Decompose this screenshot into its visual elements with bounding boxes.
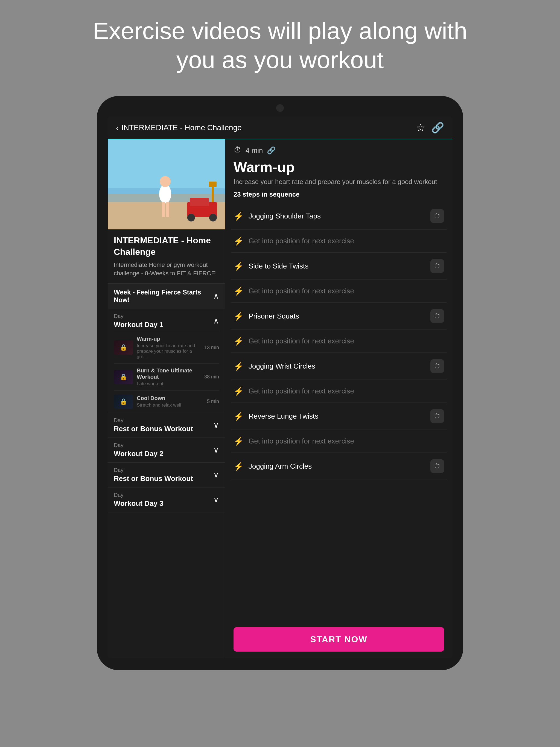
workout-item-duration: 13 min bbox=[204, 345, 219, 351]
list-item[interactable]: 🔒 Burn & Tone Ultimate Workout Late work… bbox=[114, 363, 219, 390]
steps-count: 23 steps in sequence bbox=[233, 190, 444, 198]
day-title-3: Workout Day 3 bbox=[114, 499, 163, 508]
right-panel: ⏱ 4 min 🔗 Warm-up Increase your heart ra… bbox=[225, 139, 452, 658]
day-title-2: Workout Day 2 bbox=[114, 449, 163, 458]
day-section-header-rest1[interactable]: Day Rest or Bonus Workout ∨ bbox=[114, 417, 219, 433]
workout-item-title: Burn & Tone Ultimate Workout bbox=[137, 367, 200, 380]
svg-point-4 bbox=[160, 176, 171, 187]
list-item[interactable]: 🔒 Warm-up Increase your heart rate and p… bbox=[114, 332, 219, 363]
header-actions: ☆ 🔗 bbox=[416, 122, 444, 134]
exercise-name: Get into position for next exercise bbox=[249, 437, 354, 445]
list-item[interactable]: ⚡ Side to Side Twists ⏱ bbox=[231, 253, 447, 280]
workout-desc: Intermediate Home or gym workout challen… bbox=[114, 261, 219, 278]
workout-image bbox=[108, 139, 225, 229]
day3-chevron-icon: ∨ bbox=[213, 495, 219, 504]
back-label: INTERMEDIATE - Home Challenge bbox=[121, 123, 242, 132]
workout-item-desc: Stretch and relax well bbox=[137, 403, 203, 408]
lock-icon: 🔒 bbox=[120, 398, 127, 405]
svg-point-9 bbox=[187, 214, 195, 222]
workout-thumb-burn: 🔒 bbox=[114, 370, 133, 384]
day-title-1: Workout Day 1 bbox=[114, 320, 163, 329]
day-label-3: Day bbox=[114, 492, 163, 498]
exercise-duration: 4 min bbox=[246, 146, 263, 155]
svg-rect-8 bbox=[190, 198, 209, 206]
svg-rect-5 bbox=[162, 202, 165, 217]
back-nav[interactable]: ‹ INTERMEDIATE - Home Challenge bbox=[116, 123, 242, 132]
list-item: ⚡ Get into position for next exercise bbox=[231, 230, 447, 253]
exercise-name: Jogging Arm Circles bbox=[249, 462, 312, 470]
bolt-icon: ⚡ bbox=[233, 311, 244, 321]
day1-chevron-icon: ∧ bbox=[213, 316, 219, 325]
svg-rect-12 bbox=[209, 182, 217, 187]
workout-thumb-warmup: 🔒 bbox=[114, 340, 133, 355]
timer-button[interactable]: ⏱ bbox=[430, 359, 444, 373]
day-rest2-chevron-icon: ∨ bbox=[213, 470, 219, 479]
bolt-dim-icon: ⚡ bbox=[233, 236, 244, 246]
workout-item-info-warmup: Warm-up Increase your heart rate and pre… bbox=[137, 336, 200, 360]
list-item: ⚡ Get into position for next exercise bbox=[231, 380, 447, 403]
link-icon-right[interactable]: 🔗 bbox=[267, 146, 276, 155]
day-label-2: Day bbox=[114, 442, 163, 448]
day-rest1-chevron-icon: ∨ bbox=[213, 420, 219, 430]
exercise-name: Side to Side Twists bbox=[249, 262, 308, 271]
lock-icon: 🔒 bbox=[120, 374, 127, 381]
screen-body: INTERMEDIATE - Home Challenge Intermedia… bbox=[108, 139, 452, 658]
list-item: ⚡ Get into position for next exercise bbox=[231, 330, 447, 353]
svg-rect-6 bbox=[166, 202, 169, 217]
workout-item-duration: 5 min bbox=[207, 398, 219, 404]
day-section-workout-day-1: Day Workout Day 1 ∧ 🔒 Warm-up bbox=[108, 309, 225, 413]
bolt-dim-icon: ⚡ bbox=[233, 436, 244, 446]
timer-button[interactable]: ⏱ bbox=[430, 259, 444, 273]
tablet-frame: ‹ INTERMEDIATE - Home Challenge ☆ 🔗 bbox=[97, 96, 463, 670]
exercise-name: Get into position for next exercise bbox=[249, 387, 354, 395]
week-header[interactable]: Week - Feeling Fierce Starts Now! ∧ bbox=[108, 283, 225, 309]
day-section-header-3[interactable]: Day Workout Day 3 ∨ bbox=[114, 492, 219, 508]
start-now-button[interactable]: START NOW bbox=[233, 627, 444, 651]
list-item[interactable]: ⚡ Reverse Lunge Twists ⏱ bbox=[231, 403, 447, 430]
day-section-header-2[interactable]: Day Workout Day 2 ∨ bbox=[114, 442, 219, 458]
list-item[interactable]: ⚡ Prisoner Squats ⏱ bbox=[231, 303, 447, 330]
workout-title: INTERMEDIATE - Home Challenge bbox=[114, 235, 219, 258]
bolt-icon: ⚡ bbox=[233, 361, 244, 371]
back-chevron-icon: ‹ bbox=[116, 123, 119, 132]
exercise-header: ⏱ 4 min 🔗 Warm-up Increase your heart ra… bbox=[225, 139, 452, 203]
bolt-dim-icon: ⚡ bbox=[233, 386, 244, 396]
list-item[interactable]: 🔒 Cool Down Stretch and relax well 5 min bbox=[114, 390, 219, 413]
timer-button[interactable]: ⏱ bbox=[430, 459, 444, 473]
day-label-rest2: Day bbox=[114, 467, 193, 473]
bolt-icon: ⚡ bbox=[233, 211, 244, 221]
list-item[interactable]: ⚡ Jogging Shoulder Taps ⏱ bbox=[231, 203, 447, 230]
day-section-rest-1: Day Rest or Bonus Workout ∨ bbox=[108, 413, 225, 438]
svg-point-3 bbox=[159, 184, 171, 203]
list-item[interactable]: ⚡ Jogging Arm Circles ⏱ bbox=[231, 453, 447, 480]
timer-button[interactable]: ⏱ bbox=[430, 409, 444, 423]
timer-button[interactable]: ⏱ bbox=[430, 209, 444, 223]
exercise-name: Get into position for next exercise bbox=[249, 337, 354, 345]
exercise-name: Prisoner Squats bbox=[249, 312, 299, 320]
exercise-meta: ⏱ 4 min 🔗 bbox=[233, 146, 444, 155]
list-item[interactable]: ⚡ Jogging Wrist Circles ⏱ bbox=[231, 353, 447, 380]
tablet-screen: ‹ INTERMEDIATE - Home Challenge ☆ 🔗 bbox=[108, 117, 452, 658]
screen-header: ‹ INTERMEDIATE - Home Challenge ☆ 🔗 bbox=[108, 117, 452, 139]
bolt-icon: ⚡ bbox=[233, 261, 244, 271]
lock-icon: 🔒 bbox=[120, 344, 127, 351]
day-title-rest1: Rest or Bonus Workout bbox=[114, 424, 193, 433]
page-headline: Exercise videos will play along with you… bbox=[93, 17, 467, 74]
day-section-rest-2: Day Rest or Bonus Workout ∨ bbox=[108, 463, 225, 488]
exercise-name: Get into position for next exercise bbox=[249, 237, 354, 245]
workout-item-title: Cool Down bbox=[137, 395, 203, 402]
day-label-1: Day bbox=[114, 313, 163, 319]
workout-items-day1: 🔒 Warm-up Increase your heart rate and p… bbox=[114, 332, 219, 413]
timer-button[interactable]: ⏱ bbox=[430, 309, 444, 323]
bolt-icon: ⚡ bbox=[233, 462, 244, 471]
workout-item-title: Warm-up bbox=[137, 336, 200, 342]
day-section-header-1[interactable]: Day Workout Day 1 ∧ bbox=[114, 313, 219, 329]
exercise-name: Reverse Lunge Twists bbox=[249, 412, 318, 420]
day-section-header-rest2[interactable]: Day Rest or Bonus Workout ∨ bbox=[114, 467, 219, 483]
workout-item-desc: Increase your heart rate and prepare you… bbox=[137, 343, 200, 360]
star-icon[interactable]: ☆ bbox=[416, 122, 425, 134]
workout-thumb-cooldown: 🔒 bbox=[114, 394, 133, 409]
link-icon[interactable]: 🔗 bbox=[431, 122, 444, 134]
day-title-rest2: Rest or Bonus Workout bbox=[114, 474, 193, 483]
start-now-bar: START NOW bbox=[225, 622, 452, 658]
